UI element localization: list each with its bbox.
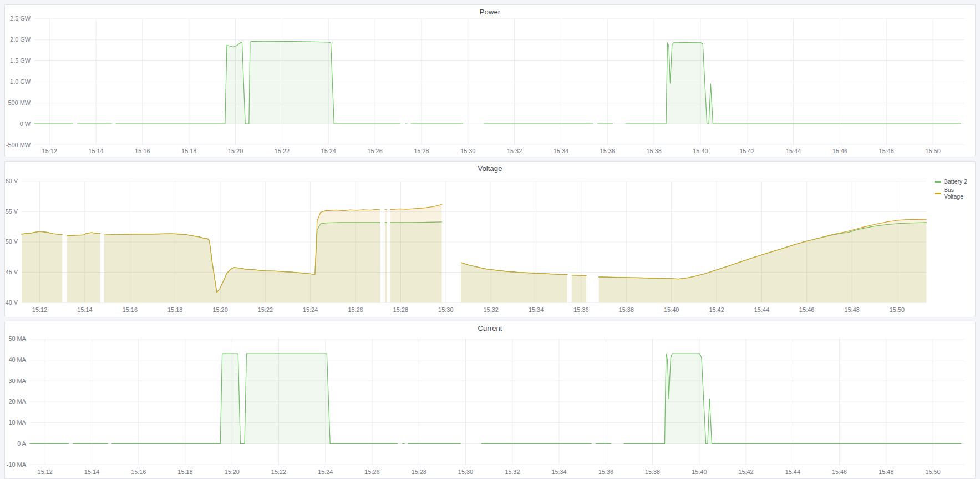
x-tick-label: 15:50 — [926, 148, 941, 154]
legend-label-bus-voltage: Bus Voltage — [944, 186, 975, 200]
series-area — [390, 204, 441, 302]
y-tick-label: 55 V — [6, 208, 18, 215]
y-tick-label: 50 MA — [8, 335, 26, 342]
power-panel: Power 2.5 GW2.0 GW1.5 GW1.0 GW500 MW0 W-… — [4, 4, 976, 157]
y-tick-label: 50 V — [6, 238, 18, 245]
x-tick-label: 15:28 — [412, 468, 426, 475]
y-tick-label: 0 W — [20, 120, 31, 127]
voltage-panel: Voltage 60 V55 V50 V45 V40 V15:1215:1415… — [4, 161, 976, 317]
x-tick-label: 15:28 — [393, 306, 408, 313]
series-area — [599, 219, 927, 302]
legend-swatch-bus-voltage — [935, 193, 941, 194]
x-tick-label: 15:24 — [321, 148, 336, 154]
series-area — [22, 231, 62, 302]
y-tick-label: 40 MA — [8, 356, 26, 363]
power-chart[interactable]: 2.5 GW2.0 GW1.5 GW1.0 GW500 MW0 W-500 MW… — [5, 5, 975, 157]
x-tick-label: 15:14 — [77, 306, 92, 313]
x-tick-label: 15:50 — [925, 468, 940, 475]
x-tick-label: 15:38 — [645, 468, 660, 475]
voltage-chart[interactable]: 60 V55 V50 V45 V40 V15:1215:1415:1615:18… — [5, 162, 975, 317]
y-tick-label: 1.5 GW — [10, 57, 31, 64]
x-tick-label: 15:34 — [554, 148, 568, 154]
x-tick-label: 15:18 — [167, 306, 182, 313]
x-tick-label: 15:28 — [414, 148, 429, 154]
x-tick-label: 15:30 — [438, 306, 453, 313]
y-tick-label: 1.0 GW — [10, 78, 31, 85]
y-tick-label: 40 V — [6, 299, 18, 306]
x-tick-label: 15:36 — [598, 468, 613, 475]
series-area — [67, 233, 100, 302]
current-panel: Current 50 MA40 MA30 MA20 MA10 MA0 A-10 … — [4, 321, 976, 479]
x-tick-label: 15:48 — [879, 148, 894, 154]
x-tick-label: 15:22 — [275, 148, 290, 154]
x-tick-label: 15:42 — [738, 468, 753, 475]
x-tick-label: 15:34 — [551, 468, 566, 475]
x-tick-label: 15:22 — [258, 306, 273, 313]
series-area — [385, 210, 387, 302]
x-tick-label: 15:30 — [460, 148, 475, 154]
x-tick-label: 15:38 — [646, 148, 661, 154]
x-tick-label: 15:18 — [181, 148, 196, 154]
x-tick-label: 15:44 — [785, 468, 800, 475]
dashboard: { "style": { "page_bg": "#f4f5f9", "pane… — [0, 0, 980, 479]
series-area — [572, 275, 586, 303]
x-tick-label: 15:32 — [507, 148, 522, 154]
y-tick-label: 60 V — [6, 178, 18, 184]
x-tick-label: 15:48 — [844, 306, 859, 313]
legend-item-battery-2[interactable]: Battery 2 — [935, 178, 975, 185]
x-tick-label: 15:12 — [42, 148, 57, 154]
x-tick-label: 15:50 — [890, 306, 905, 313]
x-tick-label: 15:42 — [739, 148, 754, 154]
x-tick-label: 15:20 — [228, 148, 243, 154]
current-chart[interactable]: 50 MA40 MA30 MA20 MA10 MA0 A-10 MA15:121… — [5, 321, 975, 478]
y-tick-label: 2.0 GW — [10, 36, 31, 43]
x-tick-label: 15:32 — [505, 468, 520, 475]
x-tick-label: 15:30 — [458, 468, 473, 475]
x-tick-label: 15:24 — [318, 468, 333, 475]
x-tick-label: 15:12 — [32, 306, 47, 313]
x-tick-label: 15:36 — [600, 148, 615, 154]
x-tick-label: 15:24 — [303, 306, 318, 313]
y-tick-label: -500 MW — [6, 142, 31, 148]
x-tick-label: 15:46 — [799, 306, 814, 313]
x-tick-label: 15:34 — [529, 306, 544, 313]
x-tick-label: 15:20 — [225, 468, 240, 475]
x-tick-label: 15:14 — [88, 148, 103, 154]
x-tick-label: 15:42 — [709, 306, 724, 313]
series-area — [112, 354, 398, 443]
x-tick-label: 15:12 — [38, 468, 53, 475]
legend-label-battery-2: Battery 2 — [944, 178, 967, 185]
x-tick-label: 15:22 — [271, 468, 286, 475]
x-tick-label: 15:26 — [348, 306, 363, 313]
x-tick-label: 15:40 — [693, 148, 708, 154]
x-tick-label: 15:18 — [177, 468, 192, 475]
x-tick-label: 15:26 — [364, 468, 379, 475]
x-tick-label: 15:36 — [573, 306, 588, 313]
x-tick-label: 15:26 — [367, 148, 382, 154]
series-area — [116, 41, 400, 124]
legend: Battery 2 Bus Voltage — [935, 178, 975, 200]
x-tick-label: 15:32 — [484, 306, 499, 313]
x-tick-label: 15:48 — [879, 468, 893, 475]
x-tick-label: 15:40 — [664, 306, 679, 313]
y-tick-label: 0 A — [17, 440, 26, 447]
x-tick-label: 15:38 — [619, 306, 634, 313]
legend-item-bus-voltage[interactable]: Bus Voltage — [935, 186, 975, 200]
y-tick-label: 45 V — [6, 269, 18, 275]
y-tick-label: 20 MA — [8, 398, 26, 405]
series-area — [104, 209, 380, 302]
x-tick-label: 15:46 — [832, 468, 847, 475]
x-tick-label: 15:46 — [832, 148, 847, 154]
x-tick-label: 15:44 — [786, 148, 801, 154]
y-tick-label: -10 MA — [7, 461, 27, 468]
y-tick-label: 500 MW — [8, 99, 31, 106]
x-tick-label: 15:16 — [135, 148, 150, 154]
x-tick-label: 15:20 — [212, 306, 227, 313]
x-tick-label: 15:40 — [692, 468, 707, 475]
series-area — [461, 263, 567, 302]
y-tick-label: 2.5 GW — [10, 15, 31, 22]
x-tick-label: 15:44 — [754, 306, 769, 313]
legend-swatch-battery-2 — [935, 181, 941, 183]
x-tick-label: 15:16 — [131, 468, 146, 475]
x-tick-label: 15:14 — [84, 468, 99, 475]
